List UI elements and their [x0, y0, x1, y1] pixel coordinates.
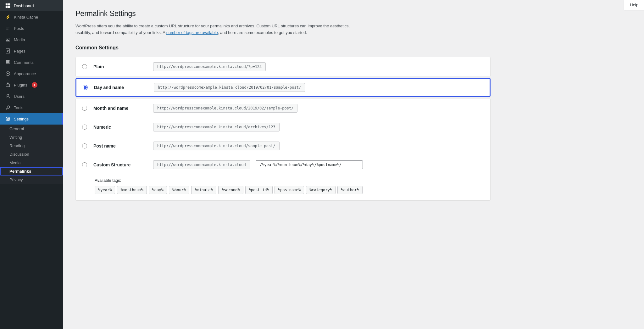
option-plain: Plain http://wordpresscomexample.kinsta.…	[75, 57, 491, 76]
submenu-general[interactable]: General	[0, 125, 63, 133]
plugins-badge: 1	[32, 82, 37, 88]
users-icon	[5, 93, 11, 99]
common-settings-title: Common Settings	[75, 45, 491, 51]
sidebar-item-tools[interactable]: Tools	[0, 102, 63, 113]
svg-rect-2	[6, 6, 8, 8]
submenu-privacy[interactable]: Privacy	[0, 176, 63, 184]
tag-button-day[interactable]: %day%	[149, 186, 167, 194]
settings-icon	[5, 116, 11, 122]
svg-point-10	[7, 94, 9, 96]
page-title: Permalink Settings	[75, 9, 491, 18]
sidebar-item-pages-label: Pages	[14, 49, 25, 53]
appearance-icon	[5, 71, 11, 76]
tag-button-monthnum[interactable]: %monthnum%	[117, 186, 147, 194]
svg-point-5	[7, 39, 8, 40]
url-numeric: http://wordpresscomexample.kinsta.cloud/…	[153, 123, 280, 131]
sidebar-item-appearance[interactable]: Appearance	[0, 68, 63, 79]
url-custom-prefix: http://wordpresscomexample.kinsta.cloud	[153, 160, 250, 169]
url-post-name: http://wordpresscomexample.kinsta.cloud/…	[153, 142, 280, 150]
sidebar-item-users-label: Users	[14, 94, 25, 99]
tag-button-second[interactable]: %second%	[218, 186, 243, 194]
tag-button-postname[interactable]: %postname%	[275, 186, 304, 194]
sidebar: Dashboard ⚡ Kinsta Cache Posts Media Pag…	[0, 0, 63, 329]
submenu-discussion[interactable]: Discussion	[0, 150, 63, 159]
tag-button-minute[interactable]: %minute%	[191, 186, 216, 194]
submenu-writing[interactable]: Writing	[0, 133, 63, 142]
url-plain: http://wordpresscomexample.kinsta.cloud/…	[153, 62, 266, 71]
label-custom[interactable]: Custom Structure	[93, 162, 147, 167]
sidebar-item-media-label: Media	[14, 37, 25, 42]
sidebar-item-kinsta-cache[interactable]: ⚡ Kinsta Cache	[0, 11, 63, 23]
radio-numeric[interactable]	[82, 125, 87, 130]
option-post-name: Post name http://wordpresscomexample.kin…	[75, 137, 491, 155]
sidebar-item-settings-label: Settings	[14, 117, 29, 121]
radio-day-and-name[interactable]	[83, 85, 88, 90]
comments-icon	[5, 59, 11, 65]
available-tags-section: Available tags: %year%%monthnum%%day%%ho…	[76, 174, 490, 200]
custom-url-input[interactable]	[256, 160, 363, 169]
svg-rect-3	[8, 6, 10, 8]
svg-rect-8	[7, 83, 9, 84]
sidebar-item-dashboard[interactable]: Dashboard	[0, 0, 63, 11]
tag-button-hour[interactable]: %hour%	[169, 186, 189, 194]
label-post-name[interactable]: Post name	[93, 143, 147, 148]
sidebar-item-posts-label: Posts	[14, 26, 24, 31]
svg-rect-0	[6, 3, 8, 5]
label-plain[interactable]: Plain	[93, 64, 147, 69]
media-icon	[5, 37, 11, 42]
dashboard-icon	[5, 3, 11, 8]
option-day-and-name: Day and name http://wordpresscomexample.…	[75, 78, 491, 97]
sidebar-item-dashboard-label: Dashboard	[14, 3, 34, 8]
plugins-icon	[5, 82, 11, 88]
option-month-and-name: Month and name http://wordpresscomexampl…	[75, 99, 491, 118]
page-description: WordPress offers you the ability to crea…	[75, 23, 358, 36]
svg-rect-1	[8, 3, 10, 5]
sidebar-item-pages[interactable]: Pages	[0, 45, 63, 57]
svg-rect-9	[6, 84, 9, 87]
sidebar-item-appearance-label: Appearance	[14, 71, 36, 76]
label-day-and-name[interactable]: Day and name	[94, 85, 147, 90]
label-numeric[interactable]: Numeric	[93, 125, 147, 130]
available-tags-label: Available tags:	[95, 178, 484, 183]
svg-rect-6	[6, 49, 9, 53]
radio-custom[interactable]	[82, 162, 87, 167]
description-text-after: , and here are some examples to get you …	[218, 30, 307, 35]
tag-button-post_id[interactable]: %post_id%	[245, 186, 273, 194]
tag-button-author[interactable]: %author%	[337, 186, 363, 194]
radio-post-name[interactable]	[82, 143, 87, 148]
sidebar-item-posts[interactable]: Posts	[0, 23, 63, 34]
option-custom-structure: Custom Structure http://wordpresscomexam…	[75, 155, 491, 201]
tag-button-category[interactable]: %category%	[306, 186, 336, 194]
tag-button-year[interactable]: %year%	[95, 186, 115, 194]
kinsta-cache-icon: ⚡	[5, 14, 11, 20]
sidebar-item-comments[interactable]: Comments	[0, 57, 63, 68]
submenu-media[interactable]: Media	[0, 159, 63, 167]
sidebar-item-media[interactable]: Media	[0, 34, 63, 45]
sidebar-item-kinsta-cache-label: Kinsta Cache	[14, 15, 38, 20]
pages-icon	[5, 48, 11, 54]
tools-icon	[5, 105, 11, 110]
tags-link[interactable]: number of tags are available	[166, 30, 218, 35]
radio-month-and-name[interactable]	[82, 106, 87, 111]
url-day-and-name: http://wordpresscomexample.kinsta.cloud/…	[154, 83, 305, 92]
sidebar-item-tools-label: Tools	[14, 105, 23, 110]
sidebar-item-plugins-label: Plugins	[14, 83, 27, 87]
sidebar-item-comments-label: Comments	[14, 60, 34, 65]
sidebar-item-users[interactable]: Users	[0, 91, 63, 102]
sidebar-item-settings[interactable]: Settings	[0, 113, 63, 125]
option-numeric: Numeric http://wordpresscomexample.kinst…	[75, 118, 491, 137]
radio-plain[interactable]	[82, 64, 87, 69]
main-content: Help Permalink Settings WordPress offers…	[63, 0, 644, 329]
submenu-reading[interactable]: Reading	[0, 142, 63, 150]
help-button[interactable]: Help	[624, 0, 644, 10]
posts-icon	[5, 25, 11, 31]
settings-submenu: General Writing Reading Discussion Media…	[0, 125, 63, 184]
sidebar-item-plugins[interactable]: Plugins 1	[0, 79, 63, 91]
tags-row: %year%%monthnum%%day%%hour%%minute%%seco…	[95, 186, 484, 194]
label-month-and-name[interactable]: Month and name	[93, 106, 147, 111]
submenu-permalinks[interactable]: Permalinks	[0, 167, 63, 176]
url-month-and-name: http://wordpresscomexample.kinsta.cloud/…	[153, 104, 297, 113]
